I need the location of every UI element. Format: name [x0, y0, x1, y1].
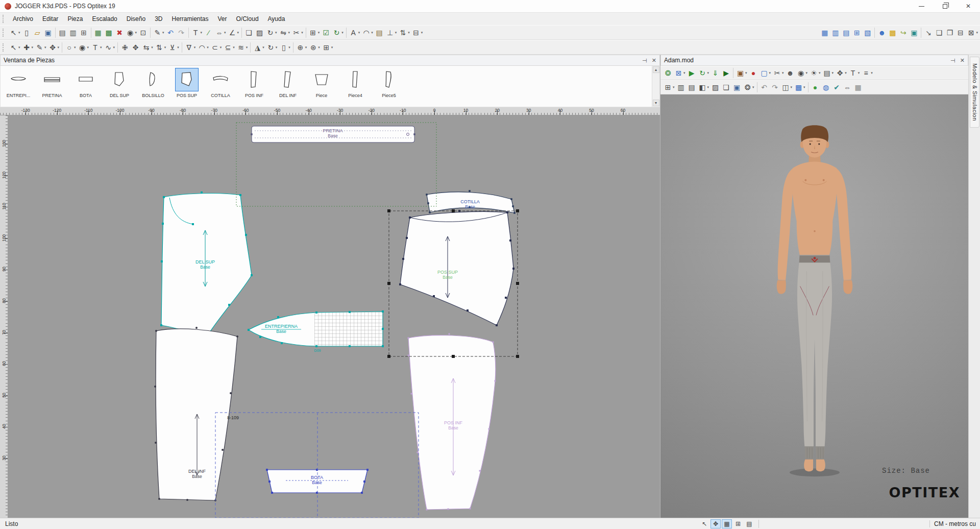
dropdown-caret-icon[interactable]: ▾	[301, 31, 303, 35]
add-point-tool[interactable]: ✚▾	[21, 41, 35, 53]
measurement-table[interactable]: ▥	[830, 27, 841, 38]
piece-thumbnail-del_inf[interactable]: DEL INF	[271, 67, 305, 106]
angle-tool[interactable]: ∠▾	[227, 27, 240, 38]
dropdown-caret-icon[interactable]: ▾	[164, 45, 166, 50]
menu-editar[interactable]: Editar	[38, 14, 63, 24]
pin-icon[interactable]: ⊤	[641, 58, 648, 63]
3d-light[interactable]: ☀▾	[808, 67, 822, 79]
dropdown-caret-icon[interactable]: ▾	[769, 71, 771, 75]
3d-globe[interactable]: ◍	[821, 82, 831, 93]
dropdown-caret-icon[interactable]: ▾	[752, 85, 754, 89]
piece-entrepierna[interactable]: ENTREPIERNABaseD09	[248, 310, 384, 352]
3d-catalog[interactable]: ❏	[721, 82, 731, 93]
dropdown-caret-icon[interactable]: ▾	[858, 71, 860, 75]
3d-window[interactable]: ▢▾	[759, 67, 772, 79]
piece-thumbnail-cotilla[interactable]: COTILLA	[204, 67, 237, 106]
dropdown-caret-icon[interactable]: ▾	[113, 45, 115, 50]
dropdown-caret-icon[interactable]: ▾	[806, 71, 808, 75]
piece-thumbnail-pretina[interactable]: PRETINA	[35, 67, 69, 106]
3d-texture[interactable]: ▨	[710, 82, 721, 93]
export-image[interactable]: ▦	[93, 27, 104, 38]
3d-settings[interactable]: ❂	[663, 67, 673, 79]
3d-grid-view[interactable]: ▩▾	[793, 82, 806, 93]
piece-report[interactable]: ▦	[819, 27, 830, 38]
piece-thumbnail-piece[interactable]: Piece	[305, 67, 338, 106]
redo[interactable]: ↷	[176, 27, 187, 38]
menu-pieza[interactable]: Pieza	[63, 14, 87, 24]
plot[interactable]: ⊞	[79, 27, 89, 38]
text-tool[interactable]: T▾	[190, 27, 204, 38]
3d-import[interactable]: ⇓	[710, 67, 721, 79]
3d-options[interactable]: ❂▾	[742, 82, 755, 93]
sync-cloud[interactable]: ↪	[898, 27, 909, 38]
dropdown-caret-icon[interactable]: ▾	[318, 31, 320, 35]
piece-thumbnail-pos_sup[interactable]: POS SUP	[170, 67, 204, 106]
close-button[interactable]: ✕	[957, 0, 980, 12]
3d-layers[interactable]: ▤▾	[822, 67, 835, 79]
3d-avatar[interactable]: ☻	[785, 67, 796, 79]
selection-handle[interactable]	[387, 282, 390, 285]
seam-inner[interactable]: ⊂▾	[210, 41, 223, 53]
dropdown-caret-icon[interactable]: ▾	[341, 31, 344, 35]
dropdown-caret-icon[interactable]: ▾	[408, 31, 410, 35]
dropdown-caret-icon[interactable]: ▾	[177, 45, 179, 50]
seam-outer[interactable]: ⊆▾	[223, 41, 236, 53]
piece-cotilla[interactable]: COTILLABase	[426, 190, 516, 214]
dropdown-caret-icon[interactable]: ▾	[305, 45, 307, 50]
status-select-mode[interactable]: ↖	[699, 519, 709, 528]
dropdown-caret-icon[interactable]: ▾	[207, 45, 209, 50]
piece-thumbnail-pos_inf[interactable]: POS INF	[237, 67, 271, 106]
pointer-report[interactable]: ↘	[923, 27, 934, 38]
open-file[interactable]: ▱	[32, 27, 43, 38]
dropdown-caret-icon[interactable]: ▾	[58, 45, 60, 50]
minimize-button[interactable]	[910, 0, 933, 12]
move-piece-tool[interactable]: ✥	[130, 41, 141, 53]
circle-tool[interactable]: ○▾	[64, 41, 77, 53]
view-tool[interactable]: ◉▾	[77, 41, 90, 53]
pages-layout[interactable]: ❏	[934, 27, 944, 38]
3d-refresh[interactable]: ↻▾	[697, 67, 710, 79]
dart-tool[interactable]: ∇▾	[184, 41, 197, 53]
3d-quality[interactable]: ●	[810, 82, 821, 93]
piece-pretina[interactable]: PRETINABase	[251, 126, 415, 142]
dropdown-caret-icon[interactable]: ▾	[845, 71, 847, 75]
piece-del_sup[interactable]: DEL SUPBase	[160, 191, 253, 339]
display-settings[interactable]: ▣	[909, 27, 919, 38]
curve-tool[interactable]: ∿▾	[103, 41, 116, 53]
3d-view-back[interactable]: ▤	[687, 82, 697, 93]
move-tool[interactable]: ✥▾	[47, 41, 61, 53]
dropdown-caret-icon[interactable]: ▾	[707, 85, 709, 89]
dropdown-caret-icon[interactable]: ▾	[220, 45, 222, 50]
spec-table[interactable]: ▤	[841, 27, 851, 38]
3d-cut[interactable]: ✂▾	[772, 67, 785, 79]
rotate-tool[interactable]: ↻▾	[265, 41, 279, 53]
table-tool[interactable]: ⊞▾	[321, 41, 334, 53]
dropdown-caret-icon[interactable]: ▾	[745, 71, 747, 75]
status-move-mode[interactable]: ✥	[710, 519, 721, 528]
3d-save[interactable]: ▣	[731, 82, 742, 93]
piece-thumbnail-entrepi[interactable]: ENTREPI...	[2, 67, 35, 106]
dropdown-caret-icon[interactable]: ▾	[44, 45, 46, 50]
menu-ver[interactable]: Ver	[213, 14, 232, 24]
draw-tool[interactable]: ✎▾	[34, 41, 47, 53]
menu-o-cloud[interactable]: O/Cloud	[232, 14, 263, 24]
selection-handle[interactable]	[387, 209, 390, 212]
dropdown-caret-icon[interactable]: ▾	[819, 71, 821, 75]
piece-thumbnail-del_sup[interactable]: DEL SUP	[103, 67, 136, 106]
select-tool[interactable]: ↖▾	[8, 27, 21, 38]
dropdown-caret-icon[interactable]: ▾	[791, 85, 793, 89]
piece-del_inf[interactable]: DEL INFBase	[154, 327, 238, 501]
piece-thumbnail-piece4[interactable]: Piece4	[338, 67, 372, 106]
piece-thumbnail-bolsillo[interactable]: BOLSILLO	[136, 67, 170, 106]
grade-tools[interactable]: ⊟▾	[411, 27, 424, 38]
dropdown-caret-icon[interactable]: ▾	[673, 85, 675, 89]
dropdown-caret-icon[interactable]: ▾	[18, 45, 20, 50]
grading-grid[interactable]: ⊞	[851, 27, 862, 38]
status-snap-toggle[interactable]: ⊞	[733, 519, 743, 528]
3d-viewport[interactable]: Size: Base OPTITEX	[660, 94, 968, 518]
3d-play[interactable]: ▶	[687, 67, 697, 79]
selection-handle[interactable]	[516, 209, 519, 212]
3d-record[interactable]: ●	[748, 67, 759, 79]
print[interactable]: ▤	[57, 27, 68, 38]
menu-archivo[interactable]: Archivo	[8, 14, 38, 24]
